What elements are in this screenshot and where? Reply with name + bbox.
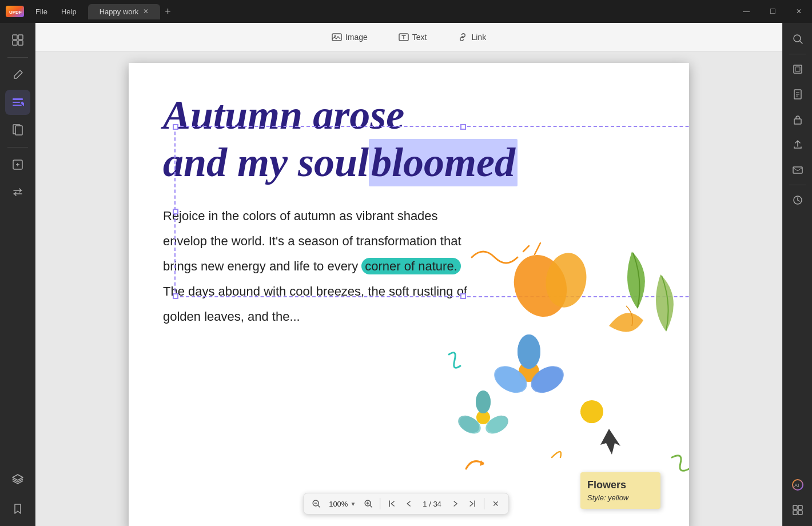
toolbar-divider-1 <box>380 498 380 509</box>
menu-file[interactable]: File <box>30 5 53 18</box>
lock-icon[interactable] <box>786 108 809 131</box>
first-page-button[interactable] <box>384 496 400 512</box>
svg-rect-23 <box>798 505 802 509</box>
sidebar-icon-export[interactable] <box>5 152 30 177</box>
bottom-toolbar: 100% ▼ 1 / 34 ✕ <box>303 493 509 515</box>
next-page-button[interactable] <box>447 496 463 512</box>
svg-rect-8 <box>13 105 22 106</box>
svg-rect-17 <box>794 119 801 124</box>
svg-rect-18 <box>793 167 802 173</box>
link-tool-icon <box>457 32 468 42</box>
tab-label: Happy work <box>99 7 139 16</box>
sidebar-icon-convert[interactable] <box>5 180 30 205</box>
svg-rect-4 <box>13 41 17 45</box>
main-content: Autumn arose and my soul bloomed Rejoice… <box>35 51 782 526</box>
maximize-button[interactable]: ☐ <box>759 0 786 23</box>
sidebar-icon-pages[interactable] <box>5 117 30 142</box>
grid-view-icon[interactable] <box>786 499 809 521</box>
svg-rect-25 <box>798 511 802 515</box>
zoom-in-icon <box>364 500 372 508</box>
note-subtitle: Style: yellow <box>587 493 654 502</box>
next-page-icon <box>451 500 459 508</box>
text-tool-label: Text <box>412 33 427 42</box>
app-logo: UPDF <box>0 6 30 17</box>
prev-page-button[interactable] <box>401 496 417 512</box>
zoom-value: 100% <box>329 500 348 508</box>
mail-icon[interactable] <box>786 158 809 181</box>
page-separator: / <box>427 500 433 508</box>
image-tool-label: Image <box>345 33 368 42</box>
left-sidebar <box>0 23 35 526</box>
svg-rect-26 <box>332 34 341 41</box>
svg-rect-14 <box>794 65 802 73</box>
svg-rect-24 <box>793 511 797 515</box>
handle-top-mid[interactable] <box>460 124 466 130</box>
svg-rect-22 <box>793 505 797 509</box>
menu-help[interactable]: Help <box>55 5 82 18</box>
zoom-out-icon <box>312 500 320 508</box>
image-tool-icon <box>332 32 342 42</box>
svg-rect-2 <box>13 35 17 39</box>
top-toolbar: Image Text Link <box>35 23 782 51</box>
svg-point-27 <box>334 35 336 37</box>
document-info-icon[interactable] <box>786 83 809 106</box>
first-page-icon <box>388 500 396 508</box>
handle-bottom-left[interactable] <box>173 293 178 299</box>
pdf-page[interactable]: Autumn arose and my soul bloomed Rejoice… <box>129 63 689 526</box>
sidebar-icon-edit[interactable] <box>5 90 30 115</box>
right-divider-1 <box>789 54 806 54</box>
total-pages: 34 <box>433 500 441 508</box>
image-tool-button[interactable]: Image <box>325 29 375 46</box>
zoom-dropdown-arrow[interactable]: ▼ <box>350 501 356 507</box>
prev-page-icon <box>405 500 413 508</box>
svg-point-53 <box>580 400 603 423</box>
sidebar-divider-1 <box>7 57 28 58</box>
svg-rect-3 <box>18 35 23 39</box>
minimize-button[interactable]: — <box>733 0 759 23</box>
history-icon[interactable] <box>786 189 809 212</box>
share-icon[interactable] <box>786 133 809 156</box>
sidebar-icon-pen[interactable] <box>5 62 30 87</box>
ai-assistant-icon[interactable]: AI <box>786 473 809 496</box>
search-icon[interactable] <box>786 27 809 50</box>
tab-close-icon[interactable]: ✕ <box>143 7 149 15</box>
zoom-display: 100% ▼ <box>325 500 359 508</box>
right-divider-2 <box>789 185 806 185</box>
zoom-out-button[interactable] <box>308 496 324 512</box>
svg-text:UPDF: UPDF <box>9 10 22 15</box>
right-sidebar: AI <box>782 23 812 526</box>
svg-rect-15 <box>795 67 800 71</box>
toolbar-divider-2 <box>484 498 484 509</box>
last-page-button[interactable] <box>464 496 480 512</box>
svg-rect-5 <box>18 41 23 45</box>
svg-rect-6 <box>13 98 23 100</box>
text-tool-button[interactable]: Text <box>392 29 434 46</box>
sidebar-icon-bookmark[interactable] <box>5 496 30 521</box>
text-tool-icon <box>399 32 409 42</box>
handle-left-mid[interactable] <box>173 209 178 214</box>
sidebar-divider-2 <box>7 147 28 148</box>
fit-page-icon[interactable] <box>786 58 809 81</box>
link-tool-button[interactable]: Link <box>451 29 493 46</box>
handle-top-left[interactable] <box>173 124 178 130</box>
close-button[interactable]: ✕ <box>786 0 812 23</box>
svg-point-42 <box>476 390 491 413</box>
close-search-button[interactable]: ✕ <box>488 496 504 512</box>
tab-bar: Happy work ✕ + <box>82 3 733 20</box>
updf-logo-icon: UPDF <box>6 6 24 17</box>
new-tab-button[interactable]: + <box>160 3 176 20</box>
svg-point-35 <box>518 334 540 369</box>
document-tab[interactable]: Happy work ✕ <box>88 4 161 19</box>
zoom-in-button[interactable] <box>360 496 376 512</box>
last-page-icon <box>468 500 476 508</box>
page-display: 1 / 34 <box>418 500 446 508</box>
link-tool-label: Link <box>471 33 486 42</box>
window-controls: — ☐ ✕ <box>733 0 812 23</box>
svg-text:AI: AI <box>794 483 799 488</box>
svg-rect-11 <box>15 126 22 135</box>
note-title: Flowers <box>587 479 654 491</box>
note-card: Flowers Style: yellow <box>580 472 660 509</box>
sidebar-icon-layers[interactable] <box>5 467 30 492</box>
sidebar-icon-thumbnails[interactable] <box>5 27 30 53</box>
menu-bar: File Help <box>30 5 82 18</box>
